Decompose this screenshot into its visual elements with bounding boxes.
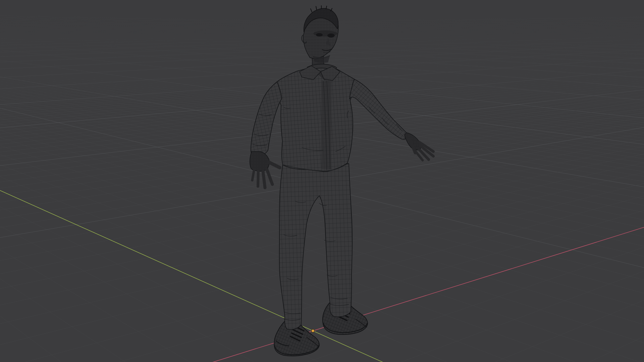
viewport-canvas[interactable] — [0, 0, 644, 362]
eye-left — [316, 33, 323, 37]
eye-right — [327, 34, 335, 38]
origin-marker[interactable] — [312, 329, 315, 333]
viewport-svg — [0, 0, 644, 362]
figure-torso-shirt — [272, 67, 354, 172]
